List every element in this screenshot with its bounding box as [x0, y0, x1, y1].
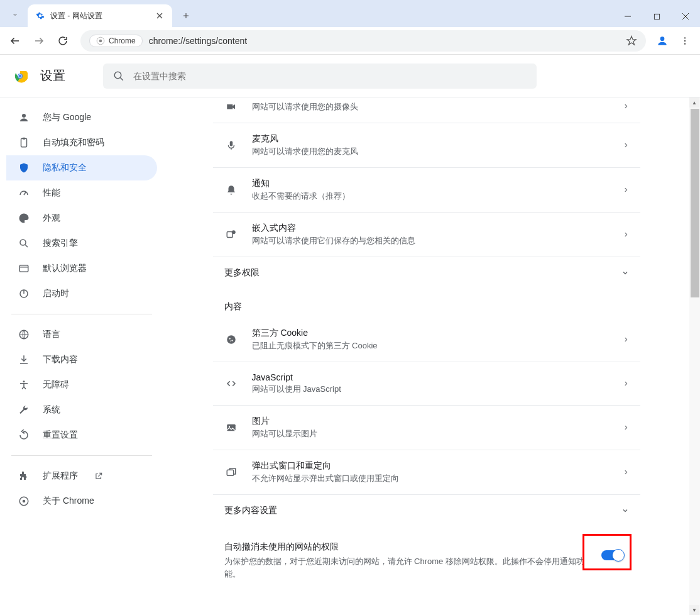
scroll-down-button[interactable]: ▼ — [689, 605, 699, 615]
browser-icon — [18, 262, 30, 275]
clipboard-icon — [18, 136, 30, 149]
svg-point-11 — [114, 72, 121, 79]
power-icon — [18, 287, 30, 300]
titlebar: 设置 - 网站设置 — [0, 0, 700, 27]
settings-search[interactable] — [103, 64, 537, 89]
sidebar: 您与 Google 自动填充和密码 隐私和安全 性能 外观 搜索引擎 默认浏览器… — [0, 97, 163, 615]
row-auto-revoke: 自动撤消未使用的网站的权限 为保护您的数据，对于您近期未访问的网站，请允许 Ch… — [213, 526, 640, 590]
minimize-button[interactable] — [613, 6, 642, 27]
svg-point-3 — [660, 36, 665, 41]
sidebar-item-system[interactable]: 系统 — [6, 397, 157, 423]
row-microphone[interactable]: 麦克风网站可以请求使用您的麦克风 — [213, 123, 640, 168]
row-notifications[interactable]: 通知收起不需要的请求（推荐） — [213, 168, 640, 213]
row-more-content[interactable]: 更多内容设置 — [213, 495, 640, 526]
row-javascript[interactable]: JavaScript网站可以使用 JavaScript — [213, 362, 640, 406]
url-text: chrome://settings/content — [149, 36, 620, 46]
settings-title: 设置 — [40, 67, 65, 84]
sidebar-item-performance[interactable]: 性能 — [6, 180, 157, 206]
chrome-logo-icon — [13, 69, 28, 84]
window-controls — [613, 6, 700, 27]
bookmark-button[interactable] — [626, 35, 637, 47]
settings-body: 您与 Google 自动填充和密码 隐私和安全 性能 外观 搜索引擎 默认浏览器… — [0, 97, 700, 615]
svg-point-4 — [684, 37, 686, 38]
svg-point-2 — [99, 39, 102, 42]
svg-rect-16 — [19, 265, 28, 272]
person-icon — [18, 111, 30, 124]
chrome-icon — [96, 36, 105, 45]
speedometer-icon — [18, 187, 30, 199]
sidebar-item-autofill[interactable]: 自动填充和密码 — [6, 130, 157, 155]
sidebar-item-you-and-google[interactable]: 您与 Google — [6, 105, 157, 130]
row-popups[interactable]: 弹出式窗口和重定向不允许网站显示弹出式窗口或使用重定向 — [213, 450, 640, 495]
svg-rect-22 — [229, 141, 232, 146]
gear-icon — [35, 11, 45, 21]
auto-revoke-toggle[interactable] — [601, 550, 624, 560]
sidebar-item-accessibility[interactable]: 无障碍 — [6, 372, 157, 397]
reload-button[interactable] — [53, 31, 73, 51]
chevron-right-icon — [623, 336, 629, 343]
sidebar-item-default-browser[interactable]: 默认浏览器 — [6, 256, 157, 281]
browser-tab[interactable]: 设置 - 网站设置 — [28, 4, 172, 27]
svg-rect-13 — [21, 138, 27, 147]
sidebar-item-search[interactable]: 搜索引擎 — [6, 231, 157, 256]
main-panel[interactable]: 网站可以请求使用您的摄像头 麦克风网站可以请求使用您的麦克风 通知收起不需要的请… — [163, 97, 689, 615]
profile-button[interactable] — [654, 32, 671, 50]
row-cookies[interactable]: 第三方 Cookie已阻止无痕模式下的第三方 Cookie — [213, 318, 640, 362]
site-chip[interactable]: Chrome — [89, 35, 143, 47]
sidebar-item-reset[interactable]: 重置设置 — [6, 423, 157, 448]
camera-icon — [224, 101, 238, 112]
sidebar-item-language[interactable]: 语言 — [6, 322, 157, 347]
scrollbar[interactable]: ▲ ▼ — [689, 97, 700, 615]
puzzle-icon — [18, 470, 30, 482]
sidebar-item-startup[interactable]: 启动时 — [6, 281, 157, 306]
svg-point-26 — [229, 338, 230, 339]
menu-button[interactable] — [675, 31, 695, 51]
row-more-permissions[interactable]: 更多权限 — [213, 257, 640, 289]
search-input[interactable] — [133, 71, 527, 81]
sidebar-item-downloads[interactable]: 下载内容 — [6, 347, 157, 372]
chevron-right-icon — [623, 187, 629, 193]
search-icon — [113, 70, 124, 82]
sidebar-item-appearance[interactable]: 外观 — [6, 206, 157, 231]
popup-icon — [224, 467, 238, 478]
microphone-icon — [224, 140, 238, 151]
forward-button[interactable] — [29, 31, 49, 51]
chevron-right-icon — [623, 424, 629, 431]
svg-point-5 — [684, 40, 686, 41]
shield-icon — [18, 162, 30, 174]
svg-rect-31 — [227, 470, 234, 475]
address-bar[interactable]: Chrome chrome://settings/content — [80, 30, 646, 52]
chevron-right-icon — [623, 142, 629, 148]
new-tab-button[interactable] — [177, 7, 195, 25]
content: 设置 您与 Google 自动填充和密码 隐私和安全 性能 外观 搜索引擎 默认… — [0, 55, 700, 615]
search-icon — [18, 237, 30, 250]
close-icon — [156, 13, 163, 19]
tab-search-dropdown[interactable] — [6, 6, 24, 23]
svg-point-27 — [231, 340, 232, 341]
accessibility-icon — [18, 379, 30, 391]
download-icon — [18, 353, 30, 366]
svg-rect-14 — [23, 138, 26, 140]
svg-point-19 — [23, 380, 25, 382]
row-camera[interactable]: 网站可以请求使用您的摄像头 — [213, 97, 640, 123]
divider — [11, 314, 152, 314]
sidebar-item-privacy[interactable]: 隐私和安全 — [6, 155, 157, 180]
sidebar-item-extensions[interactable]: 扩展程序 — [6, 463, 157, 489]
tab-close-button[interactable] — [155, 11, 165, 21]
dots-vertical-icon — [680, 36, 690, 46]
svg-point-12 — [22, 114, 26, 118]
chevron-right-icon — [623, 469, 629, 475]
content-section-heading: 内容 — [213, 289, 640, 318]
back-button[interactable] — [5, 31, 25, 51]
close-window-button[interactable] — [671, 6, 700, 27]
cookie-icon — [224, 334, 238, 345]
row-embedded-content[interactable]: 嵌入式内容网站可以请求使用它们保存的与您相关的信息 — [213, 213, 640, 257]
chevron-down-icon — [11, 11, 19, 18]
chevron-right-icon — [623, 103, 629, 109]
row-images[interactable]: 图片网站可以显示图片 — [213, 406, 640, 450]
scroll-thumb[interactable] — [691, 109, 699, 297]
svg-point-21 — [23, 500, 26, 503]
scroll-up-button[interactable]: ▲ — [689, 97, 699, 108]
maximize-button[interactable] — [642, 6, 671, 27]
sidebar-item-about[interactable]: 关于 Chrome — [6, 489, 157, 514]
